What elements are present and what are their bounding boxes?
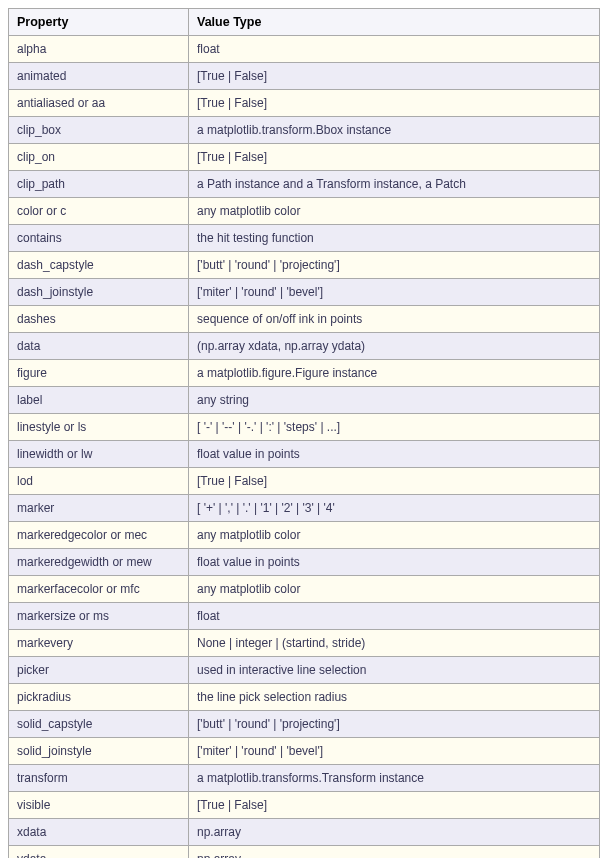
table-row: transforma matplotlib.transforms.Transfo… — [9, 765, 600, 792]
table-row: marker[ '+' | ',' | '.' | '1' | '2' | '3… — [9, 495, 600, 522]
cell-property: contains — [9, 225, 189, 252]
cell-property: animated — [9, 63, 189, 90]
cell-property: solid_joinstyle — [9, 738, 189, 765]
table-row: color or cany matplotlib color — [9, 198, 600, 225]
cell-value-type: any string — [189, 387, 600, 414]
cell-value-type: sequence of on/off ink in points — [189, 306, 600, 333]
cell-property: xdata — [9, 819, 189, 846]
table-row: markerfacecolor or mfcany matplotlib col… — [9, 576, 600, 603]
cell-property: marker — [9, 495, 189, 522]
table-row: visible[True | False] — [9, 792, 600, 819]
table-row: pickradiusthe line pick selection radius — [9, 684, 600, 711]
cell-value-type: [True | False] — [189, 90, 600, 117]
table-row: markeredgewidth or mewfloat value in poi… — [9, 549, 600, 576]
cell-value-type: a matplotlib.transforms.Transform instan… — [189, 765, 600, 792]
cell-property: dash_capstyle — [9, 252, 189, 279]
cell-value-type: np.array — [189, 819, 600, 846]
cell-property: linestyle or ls — [9, 414, 189, 441]
cell-value-type: [True | False] — [189, 792, 600, 819]
cell-property: data — [9, 333, 189, 360]
table-row: antialiased or aa[True | False] — [9, 90, 600, 117]
table-row: linewidth or lwfloat value in points — [9, 441, 600, 468]
cell-value-type: float — [189, 36, 600, 63]
table-row: figurea matplotlib.figure.Figure instanc… — [9, 360, 600, 387]
cell-value-type: [True | False] — [189, 144, 600, 171]
table-row: markeveryNone | integer | (startind, str… — [9, 630, 600, 657]
table-row: markeredgecolor or mecany matplotlib col… — [9, 522, 600, 549]
cell-value-type: [ '+' | ',' | '.' | '1' | '2' | '3' | '4… — [189, 495, 600, 522]
table-row: markersize or msfloat — [9, 603, 600, 630]
cell-property: markersize or ms — [9, 603, 189, 630]
cell-property: markeredgecolor or mec — [9, 522, 189, 549]
cell-value-type: ['butt' | 'round' | 'projecting'] — [189, 252, 600, 279]
cell-value-type: a Path instance and a Transform instance… — [189, 171, 600, 198]
cell-property: color or c — [9, 198, 189, 225]
cell-property: picker — [9, 657, 189, 684]
cell-value-type: [True | False] — [189, 468, 600, 495]
cell-property: clip_path — [9, 171, 189, 198]
cell-value-type: [True | False] — [189, 63, 600, 90]
cell-property: clip_box — [9, 117, 189, 144]
cell-value-type: any matplotlib color — [189, 198, 600, 225]
cell-value-type: np.array — [189, 846, 600, 859]
cell-property: alpha — [9, 36, 189, 63]
cell-value-type: used in interactive line selection — [189, 657, 600, 684]
cell-property: markevery — [9, 630, 189, 657]
cell-value-type: float value in points — [189, 549, 600, 576]
table-row: ydatanp.array — [9, 846, 600, 859]
property-table: Property Value Type alphafloatanimated[T… — [8, 8, 600, 858]
cell-property: antialiased or aa — [9, 90, 189, 117]
table-row: solid_joinstyle['miter' | 'round' | 'bev… — [9, 738, 600, 765]
cell-property: solid_capstyle — [9, 711, 189, 738]
cell-property: markeredgewidth or mew — [9, 549, 189, 576]
table-row: clip_patha Path instance and a Transform… — [9, 171, 600, 198]
table-row: linestyle or ls[ '-' | '--' | '-.' | ':'… — [9, 414, 600, 441]
table-row: dash_capstyle['butt' | 'round' | 'projec… — [9, 252, 600, 279]
cell-value-type: ['miter' | 'round' | 'bevel'] — [189, 738, 600, 765]
cell-property: pickradius — [9, 684, 189, 711]
cell-property: markerfacecolor or mfc — [9, 576, 189, 603]
cell-value-type: float value in points — [189, 441, 600, 468]
table-header-row: Property Value Type — [9, 9, 600, 36]
cell-property: transform — [9, 765, 189, 792]
cell-value-type: a matplotlib.figure.Figure instance — [189, 360, 600, 387]
cell-property: linewidth or lw — [9, 441, 189, 468]
table-row: dash_joinstyle['miter' | 'round' | 'beve… — [9, 279, 600, 306]
cell-value-type: a matplotlib.transform.Bbox instance — [189, 117, 600, 144]
cell-property: dashes — [9, 306, 189, 333]
table-row: dashessequence of on/off ink in points — [9, 306, 600, 333]
cell-value-type: ['butt' | 'round' | 'projecting'] — [189, 711, 600, 738]
table-row: containsthe hit testing function — [9, 225, 600, 252]
table-row: clip_boxa matplotlib.transform.Bbox inst… — [9, 117, 600, 144]
header-property: Property — [9, 9, 189, 36]
table-row: lod[True | False] — [9, 468, 600, 495]
table-row: solid_capstyle['butt' | 'round' | 'proje… — [9, 711, 600, 738]
table-row: data(np.array xdata, np.array ydata) — [9, 333, 600, 360]
cell-value-type: any matplotlib color — [189, 522, 600, 549]
cell-value-type: the hit testing function — [189, 225, 600, 252]
table-row: labelany string — [9, 387, 600, 414]
cell-property: clip_on — [9, 144, 189, 171]
cell-property: label — [9, 387, 189, 414]
cell-value-type: None | integer | (startind, stride) — [189, 630, 600, 657]
cell-value-type: float — [189, 603, 600, 630]
table-row: alphafloat — [9, 36, 600, 63]
cell-value-type: ['miter' | 'round' | 'bevel'] — [189, 279, 600, 306]
cell-value-type: the line pick selection radius — [189, 684, 600, 711]
table-row: xdatanp.array — [9, 819, 600, 846]
cell-property: lod — [9, 468, 189, 495]
cell-value-type: (np.array xdata, np.array ydata) — [189, 333, 600, 360]
cell-property: ydata — [9, 846, 189, 859]
header-value-type: Value Type — [189, 9, 600, 36]
cell-value-type: any matplotlib color — [189, 576, 600, 603]
table-row: pickerused in interactive line selection — [9, 657, 600, 684]
cell-property: visible — [9, 792, 189, 819]
cell-property: figure — [9, 360, 189, 387]
cell-value-type: [ '-' | '--' | '-.' | ':' | 'steps' | ..… — [189, 414, 600, 441]
table-row: clip_on[True | False] — [9, 144, 600, 171]
cell-property: dash_joinstyle — [9, 279, 189, 306]
table-row: animated[True | False] — [9, 63, 600, 90]
